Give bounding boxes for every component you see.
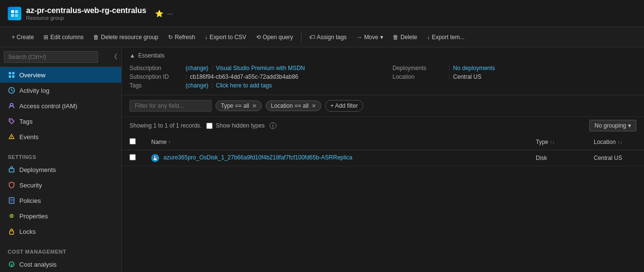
tags-value-link[interactable]: Click here to add tags bbox=[216, 82, 272, 89]
subscription-id-key: Subscription ID bbox=[129, 73, 183, 80]
sidebar-item-activity-log[interactable]: Activity log bbox=[0, 83, 121, 98]
type-filter-label: Type == all bbox=[221, 102, 249, 109]
settings-section-label: Settings bbox=[0, 148, 121, 162]
sidebar-item-label: Properties bbox=[19, 213, 48, 220]
export-template-icon: ↓ bbox=[427, 34, 430, 41]
col-header-checkbox bbox=[122, 134, 143, 150]
delete-button[interactable]: 🗑 Delete bbox=[389, 32, 421, 43]
sidebar-collapse-button[interactable]: 《 bbox=[111, 53, 117, 61]
svg-rect-1 bbox=[15, 10, 18, 13]
sidebar-item-label: Policies bbox=[19, 197, 41, 204]
resource-name-link[interactable]: azure365pro_OsDisk_1_27b66a9fd10f4b218fa… bbox=[163, 154, 352, 161]
show-hidden-label[interactable]: Show hidden types bbox=[206, 122, 264, 129]
sidebar-item-deployments[interactable]: Deployments bbox=[0, 162, 121, 177]
essentials-section: ▲ Essentials Subscription (change) : Vis… bbox=[122, 47, 644, 95]
records-left: Showing 1 to 1 of 1 records. Show hidden… bbox=[129, 122, 276, 129]
essentials-grid: Subscription (change) : Visual Studio Pr… bbox=[129, 64, 636, 90]
type-filter-remove[interactable]: ✕ bbox=[252, 103, 257, 109]
records-bar: Showing 1 to 1 of 1 records. Show hidden… bbox=[122, 117, 644, 134]
tags-row: Tags (change) : Click here to add tags bbox=[129, 81, 373, 90]
deployments-value[interactable]: No deployments bbox=[453, 65, 495, 72]
subscription-change-link[interactable]: (change) bbox=[186, 65, 208, 72]
refresh-button[interactable]: ↻ Refresh bbox=[164, 32, 199, 43]
sidebar-item-locks[interactable]: Locks bbox=[0, 224, 121, 239]
sidebar-item-tags[interactable]: Tags bbox=[0, 114, 121, 129]
export-template-button[interactable]: ↓ Export tem... bbox=[423, 32, 469, 43]
more-icon[interactable]: ··· bbox=[167, 10, 173, 17]
sidebar-item-cost-analysis[interactable]: $ Cost analysis bbox=[0, 257, 121, 272]
open-query-button[interactable]: ⟲ Open query bbox=[252, 32, 297, 43]
records-count: Showing 1 to 1 of 1 records. bbox=[129, 122, 201, 129]
sidebar-item-overview[interactable]: Overview bbox=[0, 67, 121, 83]
show-hidden-checkbox[interactable] bbox=[206, 123, 213, 129]
row-type-cell: Disk bbox=[528, 150, 586, 166]
sidebar: 《 Overview Activity log Access control (… bbox=[0, 47, 122, 272]
svg-point-21 bbox=[11, 215, 12, 216]
content-area: ▲ Essentials Subscription (change) : Vis… bbox=[122, 47, 644, 272]
security-icon bbox=[8, 181, 15, 189]
delete-rg-button[interactable]: 🗑 Delete resource group bbox=[89, 32, 162, 43]
svg-point-15 bbox=[11, 138, 12, 138]
field-filter-input[interactable] bbox=[129, 100, 212, 112]
type-filter-tag: Type == all ✕ bbox=[215, 100, 262, 111]
no-grouping-button[interactable]: No grouping ▾ bbox=[589, 120, 636, 131]
assign-tags-icon: 🏷 bbox=[309, 34, 315, 41]
essentials-collapse-icon[interactable]: ▲ bbox=[129, 52, 135, 59]
edit-columns-button[interactable]: ⊞ Edit columns bbox=[40, 32, 87, 43]
page-subtitle: Resource group bbox=[26, 15, 146, 21]
location-filter-remove[interactable]: ✕ bbox=[312, 103, 316, 109]
sidebar-search-input[interactable] bbox=[4, 51, 98, 63]
delete-rg-icon: 🗑 bbox=[93, 34, 99, 41]
info-icon[interactable]: i bbox=[270, 122, 276, 129]
sidebar-search-container: 《 bbox=[0, 47, 121, 67]
header-icons: ⭐ ··· bbox=[155, 10, 173, 17]
sidebar-item-security[interactable]: Security bbox=[0, 177, 121, 193]
subscription-value-link[interactable]: Visual Studio Premium with MSDN bbox=[216, 65, 305, 72]
sidebar-item-access-control[interactable]: Access control (IAM) bbox=[0, 98, 121, 114]
location-value: Central US bbox=[453, 73, 482, 80]
subscription-id-row: Subscription ID : cb186f94-cb63-4dd7-a55… bbox=[129, 72, 373, 81]
toolbar-separator bbox=[301, 32, 301, 42]
pin-icon[interactable]: ⭐ bbox=[155, 10, 163, 17]
resources-table: Name ↑ Type ↑↓ Location ↑↓ bbox=[122, 134, 644, 166]
header-title-group: az-pr-centralus-web-rg-centralus Resourc… bbox=[26, 6, 146, 21]
svg-rect-4 bbox=[9, 72, 11, 74]
subscription-key: Subscription bbox=[129, 65, 183, 72]
select-all-checkbox[interactable] bbox=[129, 138, 136, 144]
col-header-location[interactable]: Location ↑↓ bbox=[586, 134, 644, 150]
cost-section-label: Cost Management bbox=[0, 243, 121, 257]
sidebar-item-events[interactable]: Events bbox=[0, 129, 121, 144]
deployments-row: Deployments : No deployments bbox=[393, 64, 637, 72]
activity-log-icon bbox=[8, 86, 15, 94]
col-header-name[interactable]: Name ↑ bbox=[143, 134, 528, 150]
assign-tags-button[interactable]: 🏷 Assign tags bbox=[305, 32, 351, 43]
no-grouping-label: No grouping bbox=[595, 122, 626, 129]
name-sort-icon: ↑ bbox=[168, 140, 171, 145]
add-filter-button[interactable]: + Add filter bbox=[325, 100, 363, 112]
location-filter-label: Location == all bbox=[271, 102, 309, 109]
svg-rect-5 bbox=[12, 72, 14, 74]
sidebar-item-label: Overview bbox=[19, 72, 45, 79]
create-button[interactable]: + Create bbox=[8, 32, 38, 43]
sidebar-item-policies[interactable]: Policies bbox=[0, 193, 121, 208]
sidebar-item-label: Security bbox=[19, 182, 42, 189]
events-icon bbox=[8, 133, 15, 141]
tags-key: Tags bbox=[129, 82, 183, 89]
export-csv-icon: ↓ bbox=[205, 34, 208, 41]
show-hidden-text: Show hidden types bbox=[215, 122, 264, 129]
locks-icon bbox=[8, 228, 15, 235]
page-title: az-pr-centralus-web-rg-centralus bbox=[26, 6, 146, 15]
svg-point-12 bbox=[10, 120, 11, 121]
tags-change-link[interactable]: (change) bbox=[186, 82, 208, 89]
move-button[interactable]: → Move ▾ bbox=[353, 32, 387, 43]
filters-bar: Type == all ✕ Location == all ✕ + Add fi… bbox=[122, 95, 644, 117]
deployments-key: Deployments bbox=[393, 65, 446, 72]
col-header-type[interactable]: Type ↑↓ bbox=[528, 134, 586, 150]
location-filter-tag: Location == all ✕ bbox=[266, 100, 321, 111]
svg-rect-0 bbox=[11, 10, 14, 13]
sidebar-item-properties[interactable]: Properties bbox=[0, 208, 121, 224]
export-csv-button[interactable]: ↓ Export to CSV bbox=[201, 32, 250, 43]
records-right: No grouping ▾ bbox=[589, 120, 636, 131]
row-checkbox[interactable] bbox=[129, 154, 136, 160]
no-grouping-chevron: ▾ bbox=[628, 122, 631, 129]
